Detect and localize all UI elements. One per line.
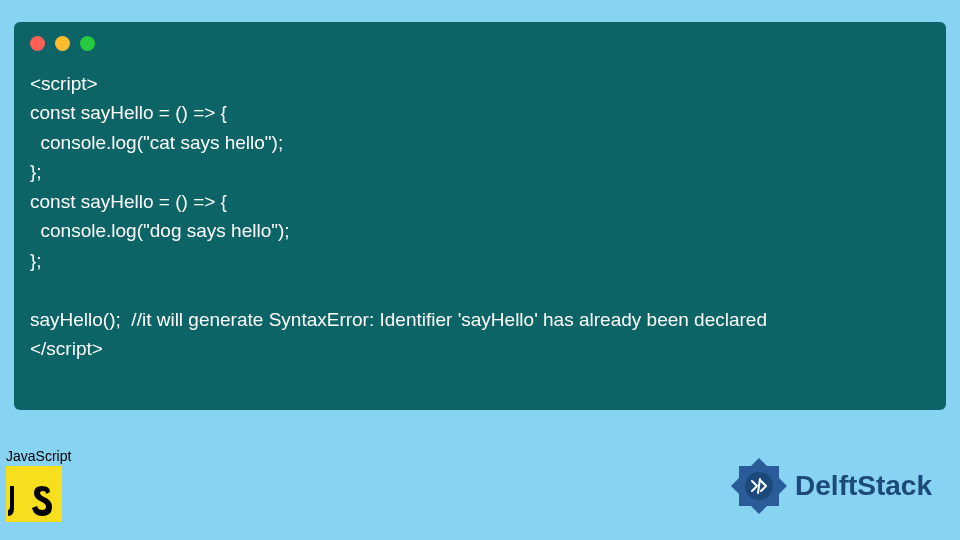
- close-icon: [30, 36, 45, 51]
- delftstack-icon: [729, 456, 789, 516]
- brand-name: DelftStack: [795, 470, 932, 502]
- window-controls: [30, 36, 930, 51]
- badge-label: JavaScript: [6, 448, 71, 464]
- brand-logo: DelftStack: [729, 456, 932, 516]
- js-logo-icon: [6, 466, 62, 522]
- javascript-badge: JavaScript: [6, 448, 71, 522]
- maximize-icon: [80, 36, 95, 51]
- code-block: <script> const sayHello = () => { consol…: [30, 69, 930, 363]
- minimize-icon: [55, 36, 70, 51]
- code-window: <script> const sayHello = () => { consol…: [14, 22, 946, 410]
